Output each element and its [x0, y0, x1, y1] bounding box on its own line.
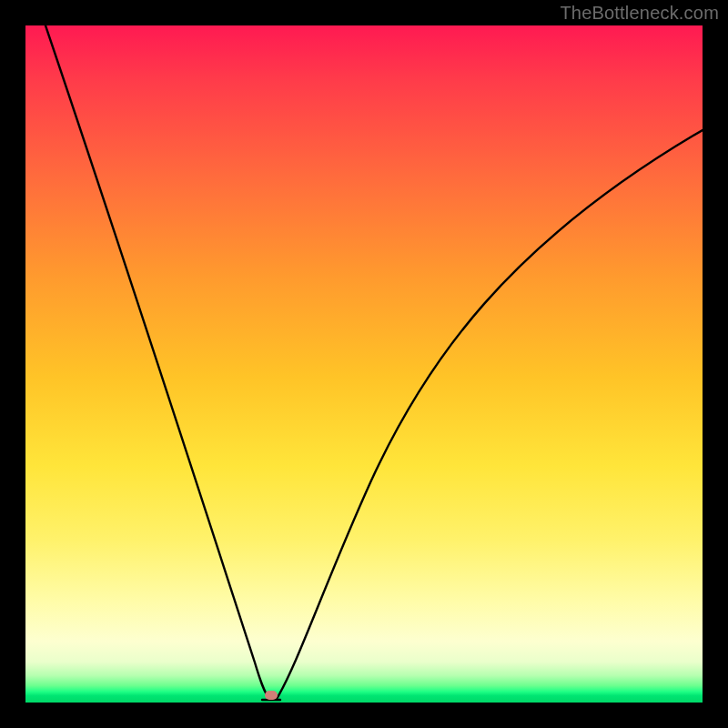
- optimal-point-marker: [265, 691, 278, 700]
- bottleneck-curve: [25, 25, 703, 703]
- plot-area: [25, 25, 703, 703]
- chart-frame: TheBottleneck.com: [0, 0, 728, 728]
- watermark-text: TheBottleneck.com: [560, 3, 719, 24]
